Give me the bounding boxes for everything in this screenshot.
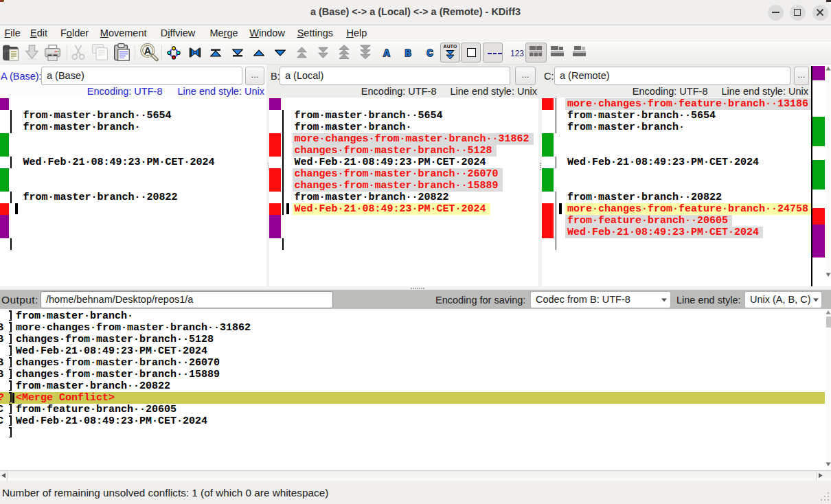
svg-text:A: A <box>383 48 389 58</box>
svg-text:A: A <box>144 45 152 56</box>
svg-text:C: C <box>426 48 433 58</box>
svg-text:B: B <box>405 48 411 58</box>
